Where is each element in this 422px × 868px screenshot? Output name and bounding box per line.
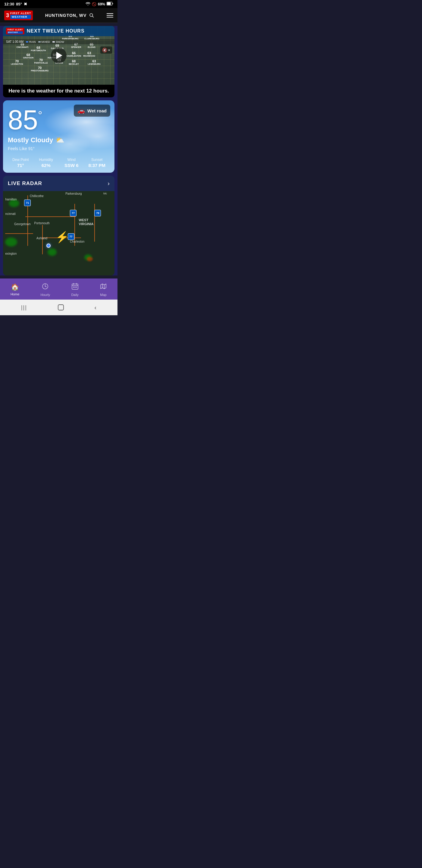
radar-header[interactable]: LIVE RADAR ›	[3, 176, 115, 191]
map-icon	[100, 283, 107, 292]
svg-rect-13	[76, 287, 77, 287]
svg-point-2	[90, 13, 93, 17]
do-not-disturb-icon: 🚫	[92, 2, 96, 6]
mute-button[interactable]: 🔇 ✕	[100, 46, 112, 54]
nav-hourly[interactable]: Hourly	[37, 281, 54, 298]
mute-x: ✕	[108, 49, 110, 52]
recent-apps-button[interactable]: |||	[21, 304, 27, 311]
logo-weather: WEATHER	[10, 15, 31, 19]
search-icon[interactable]	[89, 13, 94, 18]
svg-line-6	[45, 286, 46, 287]
radar-section: LIVE RADAR › hamilton Chillicothe Parker…	[3, 176, 115, 276]
mixed-legend-dot	[38, 41, 41, 42]
menu-button[interactable]	[107, 13, 113, 18]
home-icon: 🏠	[11, 283, 19, 291]
logo-text: FIRST ALERT WEATHER	[10, 12, 31, 19]
video-date: SAT 1:00 AM	[6, 40, 24, 43]
video-title: NEXT TWELVE HOURS	[27, 28, 85, 34]
home-label: Home	[10, 292, 19, 296]
snow-legend-dot	[53, 41, 55, 42]
status-app-icon: ✖	[24, 2, 27, 6]
video-section: 69 CINCINNATI 69 PARKERSBURG 66 CLARKSBU…	[3, 26, 115, 97]
interstate-77-north: 77	[70, 210, 76, 216]
svg-line-3	[93, 16, 94, 18]
rain-label: RAIN	[29, 40, 36, 43]
daily-label: Daily	[71, 293, 78, 297]
home-button[interactable]	[57, 304, 64, 311]
nav-map[interactable]: Map	[96, 281, 110, 298]
video-caption: Here is the weather for the next 12 hour…	[3, 85, 115, 97]
city-grayson: 68 GRAYSON	[23, 53, 34, 59]
city-beckley: 68 BECKLEY	[69, 59, 78, 65]
status-left: 12:30 85° ✖	[4, 2, 27, 6]
rain-legend-dot	[26, 41, 28, 42]
city-richwood: 63 RICHWOOD	[83, 51, 95, 57]
radar-city-parkersburg: Parkersburg	[65, 192, 82, 195]
interstate-79: 79	[94, 210, 101, 216]
mixed-label: MIXED	[41, 40, 50, 43]
radar-city-hamilton: hamilton	[5, 198, 17, 201]
wifi-icon	[86, 2, 90, 6]
status-temp: 85°	[16, 2, 22, 6]
wet-road-icon: 🚗	[77, 107, 85, 114]
bottom-nav: 🏠 Home Hourly Daily	[0, 278, 118, 300]
status-bar: 12:30 85° ✖ 🚫 69%	[0, 0, 118, 8]
city-lewisburg: 63 LEWISBURG	[88, 59, 101, 65]
radar-city-georgetown: Georgetown	[14, 222, 30, 226]
svg-rect-16	[58, 305, 64, 310]
city-charleston: 66 CHARLESTON	[67, 51, 81, 57]
svg-rect-1	[107, 2, 111, 5]
svg-rect-12	[74, 287, 75, 287]
location-dot	[46, 244, 51, 248]
header-location[interactable]: HUNTINGTON, WV	[45, 13, 94, 18]
radar-title: LIVE RADAR	[8, 181, 42, 187]
radar-city-mc: Mc	[103, 192, 107, 195]
mute-icon: 🔇	[102, 48, 107, 53]
wet-road-text: Wet road	[87, 108, 107, 113]
location-text: HUNTINGTON, WV	[45, 13, 87, 18]
city-paintsville: 70 PAINTSVILLE	[34, 58, 48, 64]
interstate-71: 71	[24, 199, 31, 206]
status-time: 12:30	[4, 2, 14, 6]
wet-road-badge: 🚗 Wet road	[74, 104, 110, 117]
city-lexington: 70 LEXINGTON	[11, 59, 23, 65]
logo-box: 3 FIRST ALERT WEATHER	[4, 10, 33, 20]
daily-icon	[71, 283, 78, 292]
play-icon	[56, 52, 62, 59]
status-right: 🚫 69%	[86, 2, 113, 6]
logo: 3 FIRST ALERT WEATHER	[4, 10, 33, 20]
radar-city-portsmouth: Portsmouth	[34, 221, 50, 225]
main-content: 69 CINCINNATI 69 PARKERSBURG 66 CLARKSBU…	[0, 26, 118, 276]
play-button[interactable]	[51, 48, 67, 63]
radar-city-charleston: Charleston	[70, 240, 84, 243]
radar-chevron: ›	[107, 180, 110, 187]
road-horizontal1	[25, 216, 75, 217]
first-alert-badge: FIRST ALERT WEATHER	[6, 28, 24, 34]
lightning-icon: ⚡	[56, 231, 69, 244]
weather-card: 🚗 Wet road 85 ° Mostly Cloudy ⛅ Feels Li…	[3, 100, 115, 173]
city-prestonsburg: 70 PRESTONSBURG	[31, 66, 49, 72]
logo-number: 3	[6, 12, 9, 19]
snow-label: SNOW	[56, 40, 64, 43]
nav-home[interactable]: 🏠 Home	[7, 282, 23, 297]
radar-city-chillicothe: Chillicothe	[30, 194, 44, 198]
map-label: Map	[100, 293, 106, 297]
system-nav: ||| ‹	[0, 300, 118, 315]
logo-first-alert: FIRST ALERT	[10, 12, 31, 15]
app-header: 3 FIRST ALERT WEATHER HUNTINGTON, WV	[0, 8, 118, 23]
radar-city-wv: WESTVIRGINIA	[79, 218, 94, 226]
hourly-icon	[41, 283, 49, 292]
radar-city-ashland: Ashland	[36, 237, 47, 240]
radar-city-cincinnati: ncinnati	[5, 212, 15, 216]
battery-icon	[107, 2, 113, 6]
battery-percent: 69%	[98, 2, 105, 6]
video-legend: SAT 1:00 AM RAIN MIXED SNOW	[3, 39, 115, 44]
city-portsmouth: 68 PORTSMOUTH	[31, 46, 46, 52]
road-h3	[5, 233, 33, 234]
radar-map[interactable]: hamilton Chillicothe Parkersburg ncinnat…	[3, 191, 115, 276]
video-overlay-top: FIRST ALERT WEATHER NEXT TWELVE HOURS	[3, 26, 115, 36]
back-button[interactable]: ‹	[94, 304, 96, 311]
nav-daily[interactable]: Daily	[67, 281, 82, 298]
hourly-label: Hourly	[40, 293, 50, 297]
video-container[interactable]: 69 CINCINNATI 69 PARKERSBURG 66 CLARKSBU…	[3, 26, 115, 85]
